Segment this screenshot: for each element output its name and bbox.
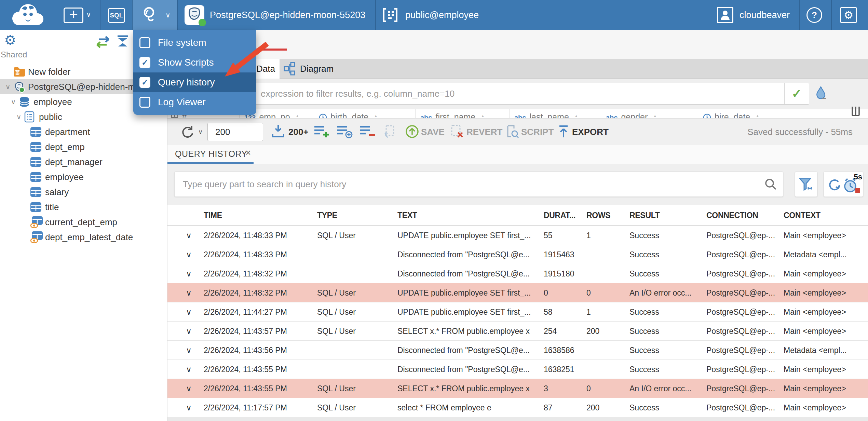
view-options-button[interactable]: ∨ xyxy=(133,0,177,30)
history-filter-button[interactable] xyxy=(795,172,817,197)
tab-diagram[interactable]: Diagram xyxy=(284,59,359,79)
column-header-type[interactable]: TYPE xyxy=(317,205,337,226)
sidebar-item-current-dept-emp[interactable]: ∨current_dept_emp xyxy=(0,215,167,230)
expand-chevron-icon[interactable]: ∨ xyxy=(186,226,192,245)
script-button[interactable]: SCRIPT xyxy=(521,119,554,145)
expand-chevron-icon[interactable]: ∨ xyxy=(186,379,192,398)
delete-row-icon[interactable] xyxy=(360,124,376,140)
sort-icon[interactable]: ▲▼ xyxy=(653,114,657,118)
sidebar-item-employee[interactable]: ∨employee xyxy=(0,169,167,185)
fetch-more-label[interactable]: 200+ xyxy=(288,119,309,145)
column-header-connection[interactable]: CONNECTION xyxy=(706,205,758,226)
grid-panels-icon[interactable] xyxy=(850,105,863,120)
chevron-down-icon[interactable]: ∨ xyxy=(14,113,24,121)
save-button[interactable]: SAVE xyxy=(421,119,445,145)
column-header-time[interactable]: TIME xyxy=(204,205,222,226)
connection-name[interactable]: PostgreSQL@ep-hidden-moon-55203 xyxy=(210,0,365,30)
checkbox-icon[interactable] xyxy=(139,97,150,108)
add-row-icon[interactable] xyxy=(314,124,330,140)
grid-column-hire-date[interactable]: hire_date▲▼ xyxy=(698,109,830,118)
sidebar-item-title[interactable]: ∨title xyxy=(0,200,167,215)
sidebar-item-department[interactable]: ∨department xyxy=(0,124,167,139)
refresh-icon[interactable] xyxy=(180,124,195,141)
schema-list-icon xyxy=(382,7,398,25)
gear-icon: ⚙ xyxy=(844,9,854,22)
expand-chevron-icon[interactable]: ∨ xyxy=(186,341,192,360)
query-history-tab[interactable]: QUERY HISTORY xyxy=(175,145,247,162)
expand-chevron-icon[interactable]: ∨ xyxy=(186,245,192,264)
fetch-size-input[interactable] xyxy=(207,123,263,141)
expand-chevron-icon[interactable]: ∨ xyxy=(186,322,192,341)
sort-icon[interactable]: ▲▼ xyxy=(574,114,578,118)
history-row[interactable]: ∨2/26/2024, 11:43:57 PMSQL / UserSELECT … xyxy=(167,321,868,340)
grid-column-birth-date[interactable]: birth_date▲▼ xyxy=(314,109,415,118)
expand-chevron-icon[interactable]: ∨ xyxy=(186,302,192,322)
settings-button[interactable]: ⚙ xyxy=(840,7,857,23)
navigator-settings-gear-icon[interactable]: ⚙ xyxy=(4,32,16,48)
fetch-more-icon[interactable] xyxy=(271,124,286,140)
refresh-document-icon[interactable] xyxy=(383,124,398,141)
checkbox-icon[interactable] xyxy=(139,37,150,48)
history-row[interactable]: ∨2/26/2024, 11:48:33 PMSQL / UserUPDATE … xyxy=(167,226,868,245)
sort-icon[interactable]: ▲▼ xyxy=(374,114,378,118)
column-header-context[interactable]: CONTEXT xyxy=(784,205,820,226)
history-row[interactable]: ∨2/26/2024, 11:48:32 PMDisconnected from… xyxy=(167,264,868,283)
sidebar-item-dept-emp-latest-date[interactable]: ∨dept_emp_latest_date xyxy=(0,230,167,245)
revert-button[interactable]: REVERT xyxy=(466,119,502,145)
checkbox-icon[interactable]: ✓ xyxy=(139,57,150,68)
sort-icon[interactable]: ▲▼ xyxy=(296,114,299,118)
history-row[interactable]: ∨2/26/2024, 11:17:57 PMSQL / Userselect … xyxy=(167,398,868,417)
cloudbeaver-logo-icon[interactable] xyxy=(9,2,47,29)
sql-editor-button[interactable]: SQL xyxy=(108,8,125,23)
history-row[interactable]: ∨2/26/2024, 11:43:56 PMDisconnected from… xyxy=(167,340,868,359)
user-avatar[interactable] xyxy=(717,7,733,23)
close-icon[interactable]: × xyxy=(245,145,251,160)
clear-filter-button[interactable] xyxy=(811,84,830,103)
history-row[interactable]: ∨2/26/2024, 11:44:27 PMSQL / UserUPDATE … xyxy=(167,302,868,321)
column-header-duration[interactable]: DURAT... xyxy=(544,205,575,226)
grid-column-gender[interactable]: abcgender▲▼ xyxy=(601,109,698,118)
sidebar-item-dept-emp[interactable]: ∨dept_emp xyxy=(0,139,167,154)
grid-column-first-name[interactable]: abcfirst_name▲▼ xyxy=(415,109,509,118)
sort-icon[interactable]: ▲▼ xyxy=(481,114,485,118)
expand-chevron-icon[interactable]: ∨ xyxy=(186,283,192,302)
history-row[interactable]: ∨2/26/2024, 11:48:33 PMDisconnected from… xyxy=(167,245,868,264)
filter-expression-input[interactable] xyxy=(171,83,784,104)
save-icon[interactable] xyxy=(405,124,419,140)
duplicate-row-icon[interactable] xyxy=(337,124,353,140)
schema-selector[interactable]: public@employee xyxy=(405,0,479,30)
sidebar-item-dept-manager[interactable]: ∨dept_manager xyxy=(0,154,167,169)
script-icon[interactable] xyxy=(505,124,519,140)
chevron-down-icon[interactable]: ∨ xyxy=(86,10,91,18)
expand-chevron-icon[interactable]: ∨ xyxy=(186,360,192,379)
collapse-all-icon[interactable] xyxy=(116,35,130,50)
export-button[interactable]: EXPORT xyxy=(572,119,609,145)
chevron-down-icon[interactable]: ∨ xyxy=(198,128,203,136)
export-icon[interactable] xyxy=(557,124,570,140)
revert-icon[interactable] xyxy=(450,124,464,140)
chevron-down-icon[interactable]: ∨ xyxy=(8,98,18,106)
expand-chevron-icon[interactable]: ∨ xyxy=(186,264,192,283)
history-row[interactable]: ∨2/26/2024, 11:48:32 PMSQL / UserUPDATE … xyxy=(167,283,868,302)
column-header-text[interactable]: TEXT xyxy=(397,205,417,226)
divider xyxy=(799,0,800,30)
bottom-scroll-area[interactable] xyxy=(167,417,868,421)
history-row[interactable]: ∨2/26/2024, 11:43:55 PMSQL / UserSELECT … xyxy=(167,379,868,398)
history-row[interactable]: ∨2/26/2024, 11:43:55 PMDisconnected from… xyxy=(167,359,868,379)
user-name[interactable]: cloudbeaver xyxy=(740,0,790,30)
help-button[interactable]: ? xyxy=(806,7,822,23)
view-menu-item-log-viewer[interactable]: Log Viewer xyxy=(133,92,256,112)
checkbox-icon[interactable]: ✓ xyxy=(139,77,150,88)
history-search-input[interactable] xyxy=(175,172,756,196)
sync-connection-icon[interactable] xyxy=(95,36,111,50)
history-refresh-button[interactable]: 5s xyxy=(824,172,863,197)
sidebar-item-salary[interactable]: ∨salary xyxy=(0,185,167,200)
expand-chevron-icon[interactable]: ∨ xyxy=(186,398,192,417)
new-connection-button[interactable]: + xyxy=(64,8,83,23)
grid-column-last-name[interactable]: abclast_name▲▼ xyxy=(509,109,601,118)
chevron-down-icon[interactable]: ∨ xyxy=(3,83,13,91)
apply-filter-button[interactable]: ✓ xyxy=(784,83,809,104)
column-header-rows[interactable]: ROWS xyxy=(586,205,610,226)
sort-icon[interactable]: ▲▼ xyxy=(756,114,759,118)
column-header-result[interactable]: RESULT xyxy=(629,205,660,226)
